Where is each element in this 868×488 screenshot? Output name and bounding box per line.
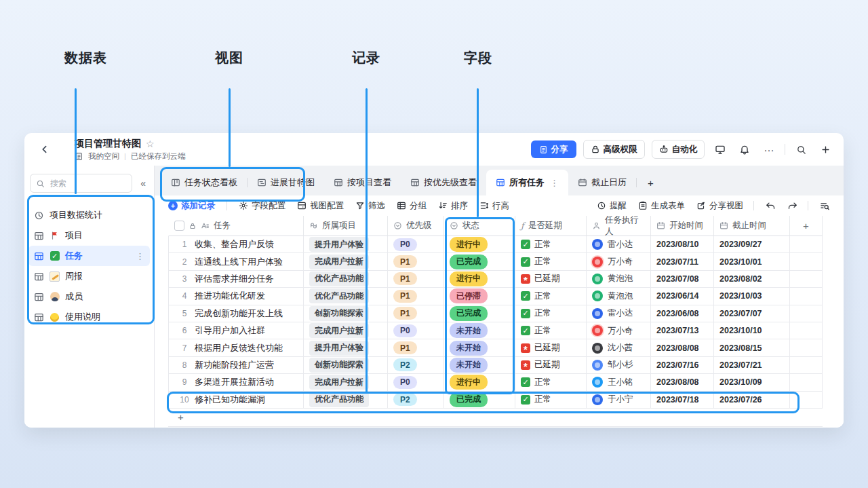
cell-end-date[interactable]: 2023/08/02: [714, 271, 790, 288]
cell-project[interactable]: 创新功能探索: [304, 305, 388, 322]
add-view-button[interactable]: +: [637, 170, 665, 195]
cell-end-date[interactable]: 2023/09/27: [714, 236, 790, 253]
screen-share-icon[interactable]: [711, 140, 729, 158]
sort-button[interactable]: 排序: [438, 200, 468, 212]
tab-by-priority[interactable]: 按优先级查看: [401, 170, 486, 195]
column-header-project[interactable]: 所属项目: [304, 216, 388, 236]
cell-priority[interactable]: P0: [388, 322, 444, 339]
sidebar-item-weekly[interactable]: 周报: [28, 266, 150, 286]
more-menu-icon[interactable]: ···: [760, 140, 778, 158]
notification-bell-icon[interactable]: [736, 140, 753, 158]
cell-delay[interactable]: 正常: [515, 392, 587, 409]
table-row[interactable]: 9多渠道开展拉新活动 完成用户拉新 P0 进行中 正常 王小铭 2023/08/…: [168, 374, 823, 391]
tab-deadline-calendar[interactable]: 截止日历: [568, 170, 636, 195]
cell-end-date[interactable]: 2023/08/15: [714, 339, 790, 356]
cell-delay[interactable]: 已延期: [515, 271, 587, 288]
cell-start-date[interactable]: 2023/06/14: [651, 288, 714, 305]
table-row[interactable]: 1收集、整合用户反馈 提升用户体验 P0 进行中 正常 雷小达 2023/08/…: [168, 236, 823, 253]
cell-status[interactable]: 未开始: [444, 339, 515, 356]
add-icon[interactable]: [816, 140, 834, 158]
cell-start-date[interactable]: 2023/07/13: [651, 322, 714, 339]
add-field-button[interactable]: +: [790, 216, 823, 236]
share-button[interactable]: 分享: [531, 140, 576, 158]
table-row[interactable]: 7根据用户反馈迭代功能 提升用户体验 P1 未开始 已延期 沈小茜 2023/0…: [168, 339, 823, 356]
cell-start-date[interactable]: 2023/07/11: [651, 253, 714, 270]
cell-task[interactable]: 8新功能阶段推广运营: [168, 357, 304, 374]
cell-task[interactable]: 10修补已知功能漏洞: [168, 392, 304, 409]
cell-status[interactable]: 已停滞: [444, 288, 515, 305]
cell-start-date[interactable]: 2023/06/08: [651, 305, 714, 322]
cell-assignee[interactable]: 黄泡泡: [587, 288, 651, 305]
sidebar-item-guide[interactable]: 使用说明: [28, 307, 150, 327]
cell-task[interactable]: 1收集、整合用户反馈: [168, 236, 304, 253]
cell-end-date[interactable]: 2023/10/03: [714, 288, 790, 305]
table-row[interactable]: 8新功能阶段推广运营 创新功能探索 P2 未开始 已延期 邹小杉 2023/07…: [168, 357, 823, 374]
cell-project[interactable]: 提升用户体验: [304, 339, 388, 356]
space-name[interactable]: 我的空间: [88, 151, 119, 162]
table-row[interactable]: 2连通线上线下用户体验 完成用户拉新 P1 已完成 正常 万小奇 2023/07…: [168, 253, 823, 270]
sidebar-item-dashboard[interactable]: 项目数据统计: [28, 205, 150, 225]
generate-form-button[interactable]: 生成表单: [638, 200, 685, 212]
view-config-button[interactable]: 视图配置: [297, 200, 344, 212]
cell-assignee[interactable]: 雷小达: [587, 305, 651, 322]
cell-end-date[interactable]: 2023/07/21: [714, 357, 790, 374]
cell-task[interactable]: 4推进功能优化研发: [168, 288, 304, 305]
sidebar-item-members[interactable]: 成员: [28, 286, 150, 307]
cell-assignee[interactable]: 黄泡泡: [587, 271, 651, 288]
cell-project[interactable]: 优化产品功能: [304, 392, 388, 409]
column-header-start[interactable]: 开始时间: [651, 216, 714, 236]
column-header-task[interactable]: 任务: [168, 216, 304, 236]
add-row-plus-icon[interactable]: +: [174, 411, 188, 423]
cell-end-date[interactable]: 2023/10/01: [714, 253, 790, 270]
filter-button[interactable]: 筛选: [355, 200, 385, 212]
cell-assignee[interactable]: 王小铭: [587, 374, 651, 391]
cell-status[interactable]: 进行中: [444, 374, 515, 391]
sidebar-search-box[interactable]: [30, 174, 132, 193]
cell-assignee[interactable]: 邹小杉: [587, 357, 651, 374]
back-button[interactable]: [37, 141, 53, 157]
sidebar-item-task[interactable]: ✓ 任务 ⋮: [28, 246, 150, 266]
column-header-delay[interactable]: ƒ 是否延期: [515, 216, 587, 236]
automation-button[interactable]: 自动化: [652, 140, 705, 159]
share-view-button[interactable]: 分享视图: [696, 200, 743, 212]
cell-priority[interactable]: P1: [388, 253, 444, 270]
cell-task[interactable]: 5完成创新功能开发上线: [168, 305, 304, 322]
item-more-icon[interactable]: ⋮: [136, 251, 144, 261]
table-row-highlighted[interactable]: 10修补已知功能漏洞 优化产品功能 P2 已完成 正常 于小宁 2023/07/…: [168, 392, 823, 409]
remind-button[interactable]: 提醒: [597, 200, 627, 212]
select-all-checkbox[interactable]: [174, 221, 184, 231]
cell-start-date[interactable]: 2023/07/16: [651, 357, 714, 374]
tab-kanban[interactable]: 任务状态看板: [161, 170, 247, 195]
cell-status[interactable]: 未开始: [444, 322, 515, 339]
sidebar-item-project[interactable]: 项目: [28, 225, 150, 246]
cell-priority[interactable]: P1: [388, 339, 444, 356]
tab-all-tasks[interactable]: 所有任务 ⋮: [486, 170, 568, 195]
cell-start-date[interactable]: 2023/07/08: [651, 271, 714, 288]
cell-task[interactable]: 3评估需求并细分任务: [168, 271, 304, 288]
cell-status[interactable]: 已完成: [444, 253, 515, 270]
cell-delay[interactable]: 已延期: [515, 339, 587, 356]
search-in-view-button[interactable]: [820, 201, 830, 211]
cell-priority[interactable]: P1: [388, 305, 444, 322]
table-row[interactable]: 5完成创新功能开发上线 创新功能探索 P1 已完成 正常 雷小达 2023/06…: [168, 305, 823, 322]
cell-start-date[interactable]: 2023/08/08: [651, 339, 714, 356]
tab-more-icon[interactable]: ⋮: [550, 178, 559, 188]
cell-end-date[interactable]: 2023/10/09: [714, 374, 790, 391]
tab-by-project[interactable]: 按项目查看: [324, 170, 401, 195]
cell-status[interactable]: 已完成: [444, 305, 515, 322]
column-header-priority[interactable]: 优先级: [388, 216, 444, 236]
table-row[interactable]: 3评估需求并细分任务 优化产品功能 P1 进行中 已延期 黄泡泡 2023/07…: [168, 271, 823, 288]
sidebar-search-input[interactable]: [49, 178, 113, 189]
cell-assignee[interactable]: 万小奇: [587, 322, 651, 339]
cell-status[interactable]: 进行中: [444, 271, 515, 288]
cell-assignee[interactable]: 万小奇: [587, 253, 651, 270]
redo-button[interactable]: [787, 201, 797, 211]
sidebar-collapse-icon[interactable]: «: [138, 178, 149, 189]
cell-delay[interactable]: 正常: [515, 236, 587, 253]
undo-button[interactable]: [766, 201, 776, 211]
cell-project[interactable]: 完成用户拉新: [304, 253, 388, 270]
add-row[interactable]: +: [168, 409, 823, 427]
cell-priority[interactable]: P2: [388, 357, 444, 374]
cell-priority[interactable]: P0: [388, 236, 444, 253]
cell-start-date[interactable]: 2023/08/10: [651, 236, 714, 253]
